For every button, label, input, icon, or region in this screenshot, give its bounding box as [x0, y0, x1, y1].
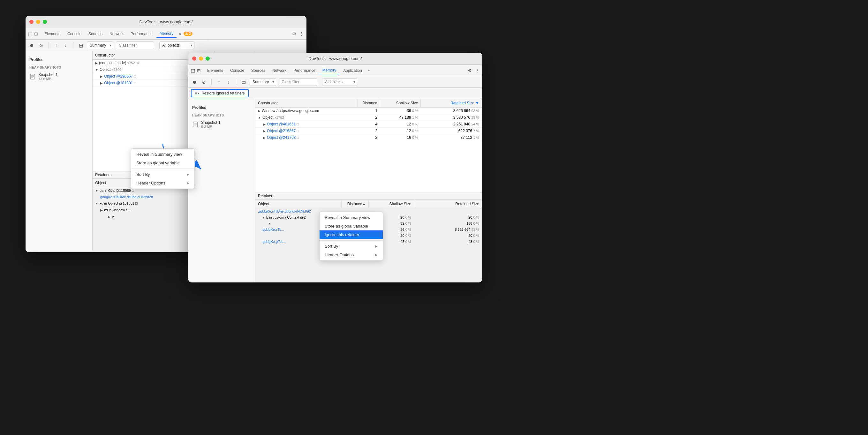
front-menu-store[interactable]: Store as global variable	[319, 222, 383, 230]
tab-performance-front[interactable]: Performance	[290, 67, 319, 74]
restore-ignored-retainers-btn[interactable]: ≡× Restore ignored retainers	[191, 89, 249, 97]
expand-icon[interactable]: ▼	[268, 222, 271, 225]
more-options-back[interactable]: ⋮	[300, 31, 304, 36]
back-tab-bar: ⬚ ⊞ Elements Console Sources Network Per…	[26, 28, 307, 39]
front-heap-snapshots-label: HEAP SNAPSHOTS	[188, 111, 255, 118]
tab-console-front[interactable]: Console	[227, 67, 247, 74]
front-menu-headeropts[interactable]: Header Options ▶	[319, 251, 383, 259]
table-row[interactable]: ▶Object @241763 □ 2 16 0 % 87 112 1 %	[255, 134, 482, 141]
front-col-retained[interactable]: Retained Size ▼	[421, 99, 482, 107]
more-tabs-front[interactable]: »	[366, 67, 372, 74]
table-row[interactable]: ▶Window / https://www.google.com 1 36 0 …	[255, 107, 482, 114]
front-col-distance[interactable]: Distance	[357, 99, 380, 107]
expand-icon[interactable]: ▼	[95, 68, 98, 71]
front-minimize-button[interactable]	[199, 57, 203, 61]
tab-sources-back[interactable]: Sources	[85, 30, 106, 37]
expand-icon[interactable]: ▶	[258, 109, 260, 113]
tab-sources-front[interactable]: Sources	[248, 67, 269, 74]
summary-select-box-back[interactable]: Summary	[87, 41, 113, 49]
snapshot-icon-front	[192, 121, 198, 128]
expand-icon[interactable]: ▶	[263, 123, 266, 126]
front-sidebar: Profiles HEAP SNAPSHOTS Snapshot 1 9.3 M…	[188, 99, 255, 281]
tab-console-back[interactable]: Console	[64, 30, 85, 37]
expand-icon[interactable]: ▶	[108, 215, 111, 219]
expand-icon[interactable]: ▼	[95, 202, 98, 205]
front-col-shallow[interactable]: Shallow Size	[380, 99, 421, 107]
svg-rect-0	[30, 74, 35, 79]
back-snapshot-1[interactable]: Snapshot 1 13.6 MB	[26, 70, 92, 83]
front-tab-bar: ⬚ ⊞ Elements Console Sources Network Per…	[188, 65, 482, 76]
tab-application-front[interactable]: Application	[340, 67, 365, 74]
summary-mode-btn-back[interactable]: ▤	[77, 42, 84, 49]
table-row[interactable]: ▶Object @216867 □ 2 12 0 % 622 376 7 %	[255, 128, 482, 134]
expand-icon[interactable]: ▶	[100, 82, 103, 85]
svg-rect-5	[193, 122, 197, 127]
front-snapshot-info: Snapshot 1 9.3 MB	[201, 120, 221, 129]
front-snapshot-size: 9.3 MB	[201, 125, 221, 129]
tab-elements-back[interactable]: Elements	[41, 30, 64, 37]
summary-select-back[interactable]: Summary ▼	[87, 41, 113, 49]
expand-icon[interactable]: ▶	[95, 61, 98, 65]
back-menu-headeropts[interactable]: Header Options ▶	[131, 179, 194, 187]
record-btn-back[interactable]: ⏺	[28, 42, 35, 49]
expand-icon[interactable]: ▶	[100, 209, 103, 212]
settings-icon-front[interactable]: ⚙	[468, 68, 472, 73]
objects-select-box-back[interactable]: All objects	[159, 41, 194, 49]
front-ret-col-object[interactable]: Object	[255, 200, 342, 209]
expand-icon[interactable]: ▼	[262, 216, 265, 219]
front-devtools-window: DevTools - www.google.com/ ⬚ ⊞ Elements …	[188, 53, 482, 282]
upload-btn-back[interactable]: ↑	[53, 42, 60, 49]
objects-select-front[interactable]: All objects ▼	[322, 78, 357, 86]
front-ret-col-shallow[interactable]: Shallow Size	[369, 200, 414, 209]
back-menu-sep	[131, 168, 194, 169]
back-col-constructor[interactable]: Constructor	[93, 51, 189, 60]
table-row[interactable]: ▼Object x1782 2 47 188 1 % 3 580 576 39 …	[255, 114, 482, 121]
objects-select-back[interactable]: All objects ▼	[159, 41, 194, 49]
front-ret-col-retained[interactable]: Retained Size	[414, 200, 482, 209]
front-memory-toolbar: ⏺ ⊘ ↑ ↓ ▤ Summary ▼ All objects ▼	[188, 76, 482, 88]
settings-icon-back[interactable]: ⚙	[292, 31, 296, 36]
front-col-constructor[interactable]: Constructor	[255, 99, 357, 107]
front-snapshot-1[interactable]: Snapshot 1 9.3 MB	[188, 118, 255, 130]
front-ret-col-dist[interactable]: Distance▲	[342, 200, 369, 209]
back-inspect-icon: ⊞	[34, 31, 38, 36]
table-row[interactable]: ▶Object @461651 □ 4 12 0 % 2 251 048 24 …	[255, 121, 482, 128]
front-menu-sortby[interactable]: Sort By ▶	[319, 242, 383, 251]
back-close-button[interactable]	[29, 20, 33, 24]
tab-network-front[interactable]: Network	[269, 67, 289, 74]
class-filter-front[interactable]	[279, 78, 317, 86]
upload-btn-front[interactable]: ↑	[215, 79, 222, 86]
expand-icon[interactable]: ▼	[258, 116, 261, 119]
summary-mode-btn-front[interactable]: ▤	[240, 79, 247, 86]
expand-icon[interactable]: ▶	[100, 75, 103, 78]
expand-icon[interactable]: ▶	[263, 136, 266, 139]
record-btn-front[interactable]: ⏺	[191, 79, 198, 86]
download-btn-front[interactable]: ↓	[225, 79, 232, 86]
tab-network-back[interactable]: Network	[106, 30, 127, 37]
back-minimize-button[interactable]	[36, 20, 40, 24]
more-options-front[interactable]: ⋮	[475, 68, 479, 73]
back-menu-reveal[interactable]: Reveal in Summary view	[131, 150, 194, 159]
more-tabs-back[interactable]: »	[177, 31, 183, 37]
clear-btn-back[interactable]: ⊘	[38, 42, 45, 49]
expand-icon[interactable]: ▼	[95, 189, 98, 192]
tab-memory-back[interactable]: Memory	[156, 30, 177, 38]
back-menu-sortby[interactable]: Sort By ▶	[131, 170, 194, 179]
tab-memory-front[interactable]: Memory	[319, 67, 339, 74]
front-fullscreen-button[interactable]	[206, 57, 210, 61]
tab-performance-back[interactable]: Performance	[127, 30, 156, 37]
front-menu-ignore[interactable]: Ignore this retainer	[319, 230, 383, 239]
back-fullscreen-button[interactable]	[43, 20, 47, 24]
front-close-button[interactable]	[192, 57, 196, 61]
objects-select-box-front[interactable]: All objects	[322, 78, 357, 86]
expand-icon[interactable]: ▶	[263, 129, 266, 133]
back-menu-store[interactable]: Store as global variable	[131, 159, 194, 167]
download-btn-back[interactable]: ↓	[62, 42, 69, 49]
summary-select-box-front[interactable]: Summary	[250, 78, 276, 86]
class-filter-back[interactable]	[116, 41, 154, 49]
clear-btn-front[interactable]: ⊘	[200, 79, 208, 86]
front-menu-reveal[interactable]: Reveal in Summary view	[319, 213, 383, 222]
tab-elements-front[interactable]: Elements	[204, 67, 226, 74]
front-constructor-table[interactable]: Constructor Distance Shallow Size Retain…	[255, 99, 482, 192]
summary-select-front[interactable]: Summary ▼	[250, 78, 276, 86]
